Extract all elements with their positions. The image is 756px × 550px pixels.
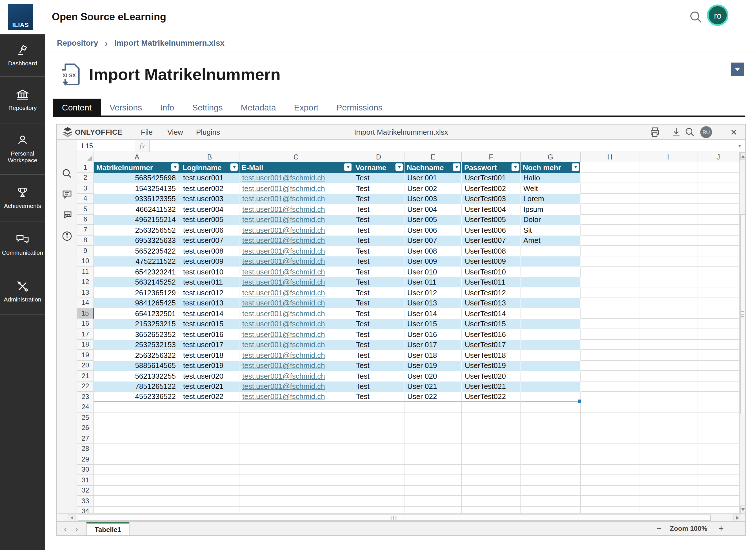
prev-sheet-icon[interactable]: ‹ <box>60 523 70 534</box>
email-link[interactable]: test.user001@fschmid.ch <box>242 257 325 266</box>
cell[interactable] <box>697 214 740 225</box>
row-header-23[interactable]: 23 <box>77 392 94 402</box>
cell[interactable]: Welt <box>521 183 581 193</box>
cell[interactable]: UserTest019 <box>462 360 521 371</box>
cell[interactable]: test.user001@fschmid.ch <box>239 256 353 266</box>
cell[interactable]: 6953325633 <box>94 235 180 246</box>
cell[interactable]: Test <box>353 214 404 225</box>
cell[interactable] <box>180 413 239 423</box>
vertical-scroll-thumb[interactable] <box>740 214 745 414</box>
cell[interactable]: User 011 <box>404 277 462 288</box>
cell[interactable] <box>239 506 353 513</box>
cell[interactable] <box>697 465 740 475</box>
cell[interactable]: Test <box>353 256 404 266</box>
cell[interactable] <box>639 277 697 288</box>
row-header-13[interactable]: 13 <box>77 288 94 298</box>
cell[interactable]: UserTest013 <box>462 298 521 308</box>
cell[interactable] <box>639 298 697 308</box>
cell[interactable] <box>404 475 462 486</box>
email-link[interactable]: test.user001@fschmid.ch <box>242 184 325 193</box>
cell[interactable]: User 014 <box>404 308 462 319</box>
email-link[interactable]: test.user001@fschmid.ch <box>242 247 325 255</box>
cell[interactable] <box>353 413 404 423</box>
row-header-16[interactable]: 16 <box>77 319 94 329</box>
cell[interactable]: test.user001@fschmid.ch <box>239 319 353 329</box>
cell[interactable] <box>581 371 639 381</box>
cell[interactable] <box>239 402 353 413</box>
cell[interactable]: 9841265425 <box>94 298 180 308</box>
search-icon[interactable] <box>688 10 703 24</box>
panel-search-icon[interactable] <box>61 168 73 179</box>
editor-search-icon[interactable] <box>684 127 695 137</box>
cell[interactable]: test.user001@fschmid.ch <box>239 308 353 319</box>
row-header-9[interactable]: 9 <box>77 246 94 256</box>
tab-info[interactable]: Info <box>151 99 183 115</box>
actions-dropdown-button[interactable] <box>731 63 744 76</box>
cell[interactable]: test.user015 <box>180 319 239 329</box>
cell[interactable]: User 018 <box>404 350 462 360</box>
cell[interactable] <box>239 496 353 506</box>
cell[interactable]: 4552336522 <box>94 392 180 402</box>
cell[interactable] <box>697 371 740 381</box>
comments-icon[interactable] <box>61 189 73 200</box>
cell[interactable] <box>521 433 581 444</box>
cell[interactable] <box>180 486 239 496</box>
cell[interactable] <box>581 277 639 288</box>
tab-metadata[interactable]: Metadata <box>232 99 285 115</box>
cell[interactable]: 2532532153 <box>94 340 180 350</box>
cell[interactable] <box>521 329 581 340</box>
cell[interactable]: test.user013 <box>180 298 239 308</box>
cell[interactable]: User 008 <box>404 246 462 256</box>
cell[interactable] <box>697 288 740 298</box>
cell[interactable]: UserTest008 <box>462 246 521 256</box>
cell[interactable] <box>639 496 697 506</box>
formula-input[interactable] <box>150 140 734 151</box>
cell[interactable]: User 020 <box>404 371 462 381</box>
cell[interactable]: 6541232501 <box>94 308 180 319</box>
cell[interactable] <box>180 423 239 433</box>
cell[interactable] <box>697 266 740 277</box>
cell[interactable]: 4962155214 <box>94 214 180 225</box>
cell[interactable] <box>462 454 521 465</box>
cell[interactable]: test.user001@fschmid.ch <box>239 381 353 392</box>
column-header-C[interactable]: C <box>239 152 353 162</box>
table-header-cell[interactable]: E-Mail <box>239 162 353 173</box>
cell[interactable] <box>239 465 353 475</box>
row-header-17[interactable]: 17 <box>77 329 94 340</box>
horizontal-scrollbar[interactable] <box>57 513 745 521</box>
email-link[interactable]: test.user001@fschmid.ch <box>242 310 325 318</box>
row-header-24[interactable]: 24 <box>77 402 94 413</box>
cell[interactable] <box>94 506 180 513</box>
menu-file[interactable]: File <box>135 124 158 140</box>
cell[interactable]: Test <box>353 381 404 392</box>
column-header-E[interactable]: E <box>404 152 462 162</box>
cell[interactable]: 5632145252 <box>94 277 180 288</box>
cell[interactable] <box>639 392 697 402</box>
cell[interactable] <box>94 423 180 433</box>
filter-icon[interactable] <box>572 163 579 171</box>
cell[interactable] <box>239 454 353 465</box>
cell[interactable]: Test <box>353 235 404 246</box>
cell[interactable] <box>581 350 639 360</box>
cell[interactable]: Test <box>353 204 404 214</box>
cell[interactable] <box>581 298 639 308</box>
insert-function-button[interactable]: fx <box>135 140 150 151</box>
cell[interactable] <box>639 381 697 392</box>
cell[interactable]: UserTest021 <box>462 381 521 392</box>
cell[interactable] <box>581 266 639 277</box>
cell[interactable]: Amet <box>521 235 581 246</box>
column-header-G[interactable]: G <box>521 152 581 162</box>
cell[interactable]: Test <box>353 298 404 308</box>
row-header-7[interactable]: 7 <box>77 225 94 235</box>
cell[interactable]: User 009 <box>404 256 462 266</box>
cell[interactable] <box>462 465 521 475</box>
cell[interactable] <box>462 496 521 506</box>
cell[interactable] <box>404 444 462 454</box>
cell[interactable]: UserTest004 <box>462 204 521 214</box>
tab-content[interactable]: Content <box>53 99 101 115</box>
cell[interactable] <box>404 465 462 475</box>
cell[interactable]: Test <box>353 277 404 288</box>
cell[interactable]: test.user001@fschmid.ch <box>239 288 353 298</box>
cell[interactable]: UserTest018 <box>462 350 521 360</box>
cell[interactable]: User 006 <box>404 225 462 235</box>
